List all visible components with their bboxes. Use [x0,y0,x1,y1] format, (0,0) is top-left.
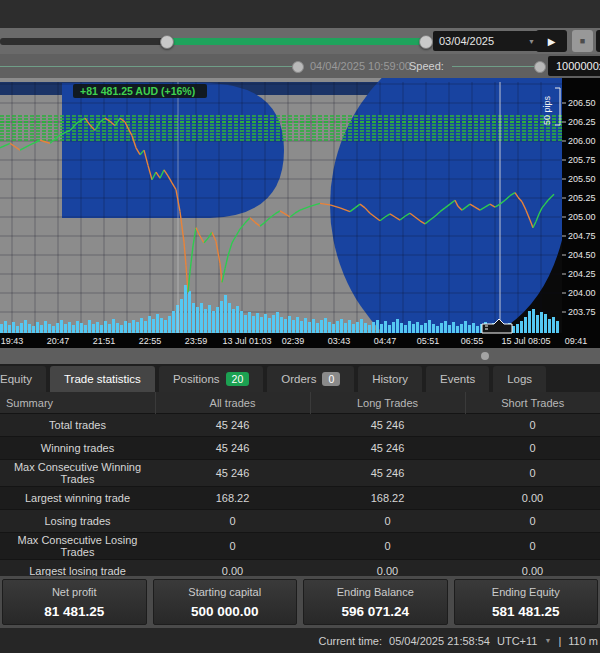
price-chart-canvas[interactable]: +81 481.25 AUD (+16%)50 pips206.50206.25… [0,78,600,348]
tab-events[interactable]: Events [426,366,489,392]
svg-text:19:43: 19:43 [1,336,24,346]
playback-toolbar: 03/04/2025 ▼ ▶ ■ [0,28,600,54]
svg-text:204.00: 204.00 [568,288,596,298]
stat-value: 168.22 [155,487,310,510]
stat-label: Winning trades [0,437,155,460]
speed-value: 1000000x [548,56,600,76]
chart-scrollbar[interactable] [0,348,600,364]
chart-scrollbar-thumb[interactable] [481,352,489,360]
tab-positions[interactable]: Positions20 [159,366,263,392]
current-sim-datetime: 04/04/2025 10:59:00 [310,60,411,72]
svg-text:205.25: 205.25 [568,193,596,203]
table-row: Total trades45 24645 2460 [0,414,600,437]
svg-text:206.50: 206.50 [568,98,596,108]
svg-text:204.25: 204.25 [568,269,596,279]
stat-label: Largest winning trade [0,487,155,510]
price-axis: 206.50206.25206.00205.75205.50205.25205.… [562,78,600,348]
svg-text:05:51: 05:51 [417,336,440,346]
svg-text:204.75: 204.75 [568,231,596,241]
net-profit-card: Net profit 81 481.25 [2,579,147,625]
stat-value: 168.22 [310,487,465,510]
col-long-trades: Long Trades [310,392,465,414]
table-row: Max Consecutive Losing Trades000 [0,533,600,560]
time-progress-line [0,66,297,67]
bottom-panel-tabs: Equity Trade statistics Positions20 Orde… [0,364,600,392]
stat-value: 45 246 [155,460,310,487]
ending-balance-card: Ending Balance 596 071.24 [303,579,448,625]
svg-text:23:59: 23:59 [185,336,208,346]
col-all-trades: All trades [155,392,310,414]
svg-text:20:47: 20:47 [47,336,70,346]
trade-statistics-table: Summary All trades Long Trades Short Tra… [0,392,600,605]
tab-equity[interactable]: Equity [0,366,46,392]
stat-label: Max Consecutive Winning Trades [0,460,155,487]
svg-text:205.75: 205.75 [568,155,596,165]
timeline-progress-fill [166,38,425,45]
svg-text:22:55: 22:55 [139,336,162,346]
table-row: Winning trades45 24645 2460 [0,437,600,460]
table-header-row: Summary All trades Long Trades Short Tra… [0,392,600,414]
svg-text:205.50: 205.50 [568,174,596,184]
speed-toolbar: 04/04/2025 10:59:00 Speed: 1000000x [0,54,600,78]
timeline-start-handle[interactable] [160,35,174,49]
stop-icon: ■ [580,36,585,46]
play-icon: ▶ [548,36,556,47]
test-date-value: 03/04/2025 [439,35,494,47]
status-bar: Current time: 05/04/2025 21:58:54 UTC+11… [0,628,600,653]
orders-count-badge: 0 [322,372,340,386]
table-row: Largest winning trade168.22168.220.00 [0,487,600,510]
svg-text:04:47: 04:47 [374,336,397,346]
svg-text:13 Jul 01:03: 13 Jul 01:03 [222,336,271,346]
tab-logs[interactable]: Logs [493,366,546,392]
latency-value: 110 m [568,635,598,647]
table-row: Max Consecutive Winning Trades45 24645 2… [0,460,600,487]
tab-orders[interactable]: Orders0 [267,366,354,392]
stat-value: 45 246 [310,437,465,460]
svg-text:06:55: 06:55 [461,336,484,346]
timeline-position-handle[interactable] [419,35,433,49]
stat-value: 0 [465,414,600,437]
svg-text:09:41: 09:41 [565,336,588,346]
stat-value: 0 [465,533,600,560]
svg-text:205.00: 205.00 [568,212,596,222]
chevron-down-icon: ▼ [544,637,551,644]
svg-text:+81 481.25 AUD (+16%): +81 481.25 AUD (+16%) [80,85,195,97]
stat-label: Losing trades [0,510,155,533]
stat-label: Total trades [0,414,155,437]
tab-trade-statistics[interactable]: Trade statistics [50,366,155,392]
stat-value: 45 246 [310,460,465,487]
svg-text:50 pips: 50 pips [542,95,552,125]
stat-value: 45 246 [310,414,465,437]
time-axis: 19:4320:4721:5122:5523:5913 Jul 01:0302:… [0,333,600,348]
test-date-select[interactable]: 03/04/2025 ▼ [433,31,541,51]
price-chart[interactable]: +81 481.25 AUD (+16%)50 pips206.50206.25… [0,78,600,348]
timezone-dropdown[interactable]: UTC+11 [497,635,537,647]
svg-text:02:39: 02:39 [282,336,305,346]
play-button[interactable]: ▶ [536,30,567,52]
stat-value: 45 246 [155,414,310,437]
svg-text:03:43: 03:43 [328,336,351,346]
starting-capital-card: Starting capital 500 000.00 [153,579,298,625]
speed-label: Speed: [409,60,444,72]
window-top-bar [0,0,600,29]
svg-text:206.00: 206.00 [568,136,596,146]
calendar-button-partial[interactable] [596,30,600,52]
summary-footer: Net profit 81 481.25 Starting capital 50… [0,576,600,628]
speed-slider-track[interactable] [452,66,540,67]
stat-value: 0 [155,510,310,533]
stat-value: 0 [465,437,600,460]
col-summary: Summary [0,392,155,414]
stat-value: 0 [155,533,310,560]
speed-slider-handle[interactable] [534,61,546,73]
current-time-label: Current time: [318,635,382,647]
stat-value: 0 [465,460,600,487]
stop-button[interactable]: ■ [572,30,593,52]
stat-value: 0.00 [465,487,600,510]
tab-history[interactable]: History [358,366,422,392]
ending-equity-card: Ending Equity 581 481.25 [454,579,599,625]
time-progress-handle[interactable] [292,61,304,73]
table-row: Losing trades000 [0,510,600,533]
profit-tooltip: +81 481.25 AUD (+16%) [73,84,207,98]
status-separator: | [558,635,561,647]
stat-value: 0 [310,510,465,533]
